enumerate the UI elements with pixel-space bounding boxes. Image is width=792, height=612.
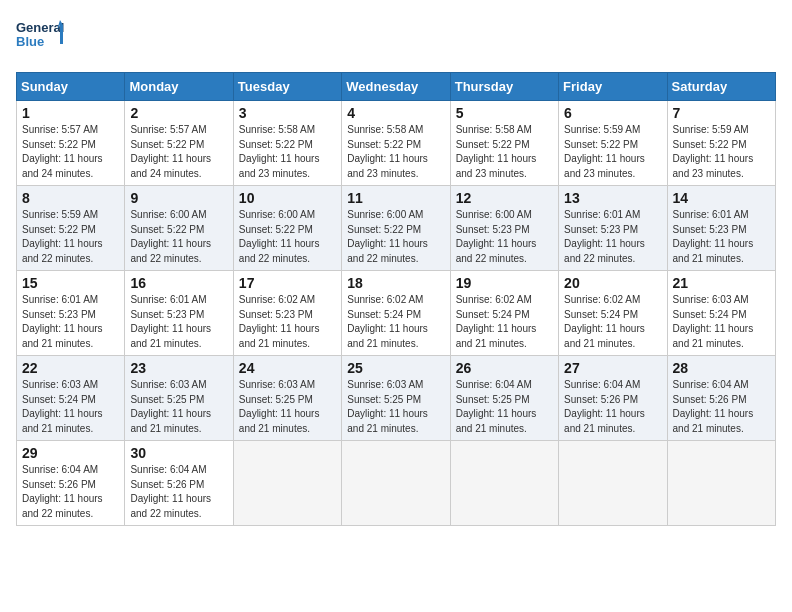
calendar-cell: 17 Sunrise: 6:02 AM Sunset: 5:23 PM Dayl… (233, 271, 341, 356)
day-number: 11 (347, 190, 444, 206)
calendar-cell: 11 Sunrise: 6:00 AM Sunset: 5:22 PM Dayl… (342, 186, 450, 271)
calendar-cell: 22 Sunrise: 6:03 AM Sunset: 5:24 PM Dayl… (17, 356, 125, 441)
day-number: 26 (456, 360, 553, 376)
calendar-cell: 10 Sunrise: 6:00 AM Sunset: 5:22 PM Dayl… (233, 186, 341, 271)
calendar-cell (233, 441, 341, 526)
weekday-header: Wednesday (342, 73, 450, 101)
day-number: 30 (130, 445, 227, 461)
calendar-cell: 12 Sunrise: 6:00 AM Sunset: 5:23 PM Dayl… (450, 186, 558, 271)
day-number: 29 (22, 445, 119, 461)
day-number: 21 (673, 275, 770, 291)
calendar-cell: 18 Sunrise: 6:02 AM Sunset: 5:24 PM Dayl… (342, 271, 450, 356)
day-number: 13 (564, 190, 661, 206)
calendar-cell: 20 Sunrise: 6:02 AM Sunset: 5:24 PM Dayl… (559, 271, 667, 356)
logo: General Blue (16, 16, 66, 60)
day-info: Sunrise: 5:58 AM Sunset: 5:22 PM Dayligh… (239, 124, 320, 179)
day-info: Sunrise: 6:00 AM Sunset: 5:23 PM Dayligh… (456, 209, 537, 264)
calendar-cell: 24 Sunrise: 6:03 AM Sunset: 5:25 PM Dayl… (233, 356, 341, 441)
calendar-week-row: 8 Sunrise: 5:59 AM Sunset: 5:22 PM Dayli… (17, 186, 776, 271)
weekday-header: Friday (559, 73, 667, 101)
calendar-cell: 4 Sunrise: 5:58 AM Sunset: 5:22 PM Dayli… (342, 101, 450, 186)
day-info: Sunrise: 6:03 AM Sunset: 5:24 PM Dayligh… (22, 379, 103, 434)
logo-svg: General Blue (16, 16, 66, 60)
day-number: 15 (22, 275, 119, 291)
calendar-table: SundayMondayTuesdayWednesdayThursdayFrid… (16, 72, 776, 526)
day-info: Sunrise: 6:03 AM Sunset: 5:25 PM Dayligh… (347, 379, 428, 434)
day-info: Sunrise: 5:57 AM Sunset: 5:22 PM Dayligh… (22, 124, 103, 179)
calendar-cell: 28 Sunrise: 6:04 AM Sunset: 5:26 PM Dayl… (667, 356, 775, 441)
calendar-week-row: 29 Sunrise: 6:04 AM Sunset: 5:26 PM Dayl… (17, 441, 776, 526)
day-info: Sunrise: 6:04 AM Sunset: 5:26 PM Dayligh… (673, 379, 754, 434)
day-number: 4 (347, 105, 444, 121)
day-number: 23 (130, 360, 227, 376)
day-info: Sunrise: 6:02 AM Sunset: 5:24 PM Dayligh… (564, 294, 645, 349)
day-info: Sunrise: 6:00 AM Sunset: 5:22 PM Dayligh… (347, 209, 428, 264)
day-info: Sunrise: 5:59 AM Sunset: 5:22 PM Dayligh… (564, 124, 645, 179)
day-number: 25 (347, 360, 444, 376)
calendar-cell: 26 Sunrise: 6:04 AM Sunset: 5:25 PM Dayl… (450, 356, 558, 441)
calendar-cell: 5 Sunrise: 5:58 AM Sunset: 5:22 PM Dayli… (450, 101, 558, 186)
calendar-cell: 13 Sunrise: 6:01 AM Sunset: 5:23 PM Dayl… (559, 186, 667, 271)
day-number: 24 (239, 360, 336, 376)
calendar-cell: 15 Sunrise: 6:01 AM Sunset: 5:23 PM Dayl… (17, 271, 125, 356)
day-info: Sunrise: 6:03 AM Sunset: 5:25 PM Dayligh… (239, 379, 320, 434)
calendar-cell: 9 Sunrise: 6:00 AM Sunset: 5:22 PM Dayli… (125, 186, 233, 271)
day-number: 17 (239, 275, 336, 291)
calendar-cell: 29 Sunrise: 6:04 AM Sunset: 5:26 PM Dayl… (17, 441, 125, 526)
weekday-header: Thursday (450, 73, 558, 101)
day-info: Sunrise: 6:02 AM Sunset: 5:24 PM Dayligh… (347, 294, 428, 349)
day-number: 10 (239, 190, 336, 206)
calendar-cell (667, 441, 775, 526)
page-header: General Blue (16, 16, 776, 60)
day-info: Sunrise: 5:58 AM Sunset: 5:22 PM Dayligh… (456, 124, 537, 179)
day-number: 6 (564, 105, 661, 121)
day-number: 14 (673, 190, 770, 206)
calendar-cell: 27 Sunrise: 6:04 AM Sunset: 5:26 PM Dayl… (559, 356, 667, 441)
calendar-cell: 3 Sunrise: 5:58 AM Sunset: 5:22 PM Dayli… (233, 101, 341, 186)
day-info: Sunrise: 6:01 AM Sunset: 5:23 PM Dayligh… (130, 294, 211, 349)
day-number: 18 (347, 275, 444, 291)
day-number: 28 (673, 360, 770, 376)
calendar-cell: 16 Sunrise: 6:01 AM Sunset: 5:23 PM Dayl… (125, 271, 233, 356)
day-info: Sunrise: 6:02 AM Sunset: 5:24 PM Dayligh… (456, 294, 537, 349)
day-number: 7 (673, 105, 770, 121)
calendar-cell (342, 441, 450, 526)
day-info: Sunrise: 6:04 AM Sunset: 5:26 PM Dayligh… (564, 379, 645, 434)
calendar-cell: 21 Sunrise: 6:03 AM Sunset: 5:24 PM Dayl… (667, 271, 775, 356)
day-info: Sunrise: 6:03 AM Sunset: 5:24 PM Dayligh… (673, 294, 754, 349)
day-number: 8 (22, 190, 119, 206)
day-number: 27 (564, 360, 661, 376)
day-info: Sunrise: 6:01 AM Sunset: 5:23 PM Dayligh… (673, 209, 754, 264)
day-info: Sunrise: 6:01 AM Sunset: 5:23 PM Dayligh… (564, 209, 645, 264)
day-number: 16 (130, 275, 227, 291)
calendar-cell: 30 Sunrise: 6:04 AM Sunset: 5:26 PM Dayl… (125, 441, 233, 526)
weekday-header: Saturday (667, 73, 775, 101)
calendar-cell: 2 Sunrise: 5:57 AM Sunset: 5:22 PM Dayli… (125, 101, 233, 186)
day-info: Sunrise: 6:04 AM Sunset: 5:26 PM Dayligh… (22, 464, 103, 519)
svg-text:General: General (16, 20, 64, 35)
day-number: 19 (456, 275, 553, 291)
weekday-header-row: SundayMondayTuesdayWednesdayThursdayFrid… (17, 73, 776, 101)
day-info: Sunrise: 6:00 AM Sunset: 5:22 PM Dayligh… (130, 209, 211, 264)
day-info: Sunrise: 5:58 AM Sunset: 5:22 PM Dayligh… (347, 124, 428, 179)
day-info: Sunrise: 5:57 AM Sunset: 5:22 PM Dayligh… (130, 124, 211, 179)
calendar-week-row: 15 Sunrise: 6:01 AM Sunset: 5:23 PM Dayl… (17, 271, 776, 356)
day-number: 20 (564, 275, 661, 291)
day-info: Sunrise: 6:04 AM Sunset: 5:25 PM Dayligh… (456, 379, 537, 434)
day-info: Sunrise: 6:01 AM Sunset: 5:23 PM Dayligh… (22, 294, 103, 349)
calendar-cell: 23 Sunrise: 6:03 AM Sunset: 5:25 PM Dayl… (125, 356, 233, 441)
calendar-week-row: 22 Sunrise: 6:03 AM Sunset: 5:24 PM Dayl… (17, 356, 776, 441)
weekday-header: Sunday (17, 73, 125, 101)
calendar-cell: 7 Sunrise: 5:59 AM Sunset: 5:22 PM Dayli… (667, 101, 775, 186)
day-info: Sunrise: 5:59 AM Sunset: 5:22 PM Dayligh… (22, 209, 103, 264)
calendar-cell: 19 Sunrise: 6:02 AM Sunset: 5:24 PM Dayl… (450, 271, 558, 356)
calendar-cell (559, 441, 667, 526)
svg-text:Blue: Blue (16, 34, 44, 49)
day-info: Sunrise: 6:04 AM Sunset: 5:26 PM Dayligh… (130, 464, 211, 519)
calendar-week-row: 1 Sunrise: 5:57 AM Sunset: 5:22 PM Dayli… (17, 101, 776, 186)
day-info: Sunrise: 5:59 AM Sunset: 5:22 PM Dayligh… (673, 124, 754, 179)
day-number: 9 (130, 190, 227, 206)
weekday-header: Tuesday (233, 73, 341, 101)
weekday-header: Monday (125, 73, 233, 101)
calendar-cell (450, 441, 558, 526)
